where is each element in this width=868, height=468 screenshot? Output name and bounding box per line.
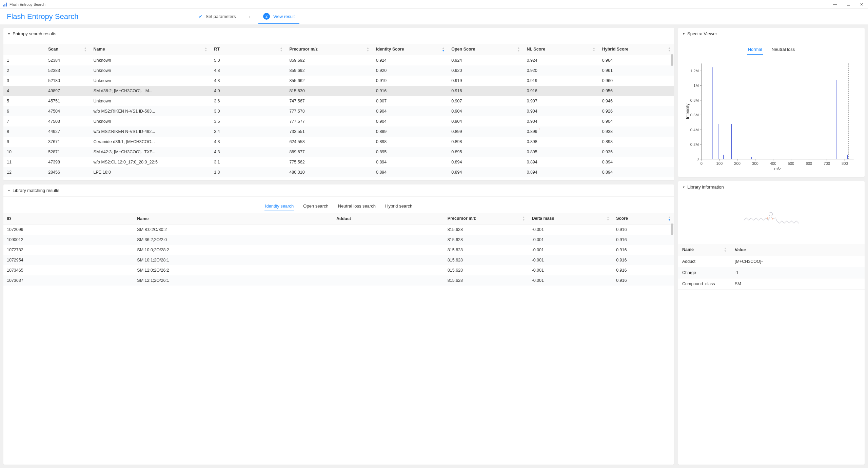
column-header[interactable]: NL Score▲▼ [523,44,598,55]
column-header[interactable]: Name▲▼ [90,44,211,55]
table-cell: SM d42:3; [M+CH3COO]-_TXF... [90,147,211,157]
table-cell: 777.578 [286,106,373,116]
chevron-right-icon: › [243,14,256,19]
table-cell: 4 [3,86,45,96]
table-cell: 4.0 [211,86,286,96]
table-row[interactable]: 844927w/o MS2:RIKEN N-VS1 ID-492...3.473… [3,126,674,137]
table-cell: 9 [3,137,45,147]
table-cell: 0.907 [523,96,598,106]
table-row[interactable]: 1228456LPE 18:01.8480.3100.8940.8940.894… [3,167,674,177]
column-header[interactable]: Value [731,244,865,256]
table-cell: 0.932 [599,177,674,180]
table-cell: 0.916 [613,225,674,235]
table-row[interactable]: 1052871SM d42:3; [M+CH3COO]-_TXF...4.386… [3,147,674,157]
table-row[interactable]: 1072782SM 10:0;2O/28:2815.628-0.0010.916 [3,245,674,255]
scrollbar[interactable] [671,223,673,463]
column-header[interactable]: Delta mass▲▼ [528,213,613,225]
column-header[interactable]: Precursor m/z▲▼ [444,213,529,225]
table-cell: 3.0 [211,106,286,116]
spectrum-chart[interactable]: 00.2M0.4M0.6M0.8M1M1.2M01002003004005006… [685,60,858,172]
table-cell: 47398 [45,157,90,167]
close-button[interactable]: ✕ [858,1,865,7]
minimize-button[interactable]: — [831,1,839,7]
table-row[interactable]: 1072099SM 8:0;2O/30:2815.628-0.0010.916 [3,225,674,235]
table-cell: 1072954 [3,255,134,265]
table-cell: 0.907 [448,96,523,106]
table-cell: 0.895 [448,147,523,157]
column-header[interactable]: Name▲▼ [678,244,731,256]
table-cell: w/o MS2:RIKEN N-VS1 ID-492... [90,126,211,137]
column-header[interactable]: Name [134,213,333,225]
tab-identity-search[interactable]: Identity search [264,201,295,211]
table-row[interactable]: 545751Unknown3.6747.5670.9070.9070.9070.… [3,96,674,106]
table-cell: 11 [3,157,45,167]
column-header[interactable]: Hybrid Score▲▼ [599,44,674,55]
panel-title: Entropy search results [13,31,56,36]
table-cell: 869.677 [286,147,373,157]
table-row[interactable]: 152384Unknown5.0859.6920.9240.9240.9240.… [3,55,674,66]
table-row[interactable]: 747503Unknown3.5777.5770.9040.9040.9040.… [3,116,674,126]
table-cell: 0.919 [448,76,523,86]
panel-title: Spectra Viewer [687,31,717,36]
column-header[interactable] [3,44,45,55]
table-cell: SM 36:2;2O/2:0 [134,235,333,245]
table-cell: 4.7 [211,177,286,180]
column-header[interactable]: Score▲▼ [613,213,674,225]
table-row[interactable]: 252383Unknown4.8859.6920.9200.9200.9200.… [3,65,674,76]
column-header[interactable]: Identity Score▲▼ [373,44,448,55]
table-row[interactable]: 937671Ceramide d36:1; [M+CH3COO...4.3624… [3,137,674,147]
table-row[interactable]: 1354335w/o MS2:CL 24:0_16:2_28:0_28:04.7… [3,177,674,180]
table-cell: 855.662 [286,76,373,86]
maximize-button[interactable]: ☐ [845,1,852,7]
column-header[interactable]: Adduct [333,213,444,225]
table-cell: [M+CH3COO]- [731,256,865,267]
table-cell [333,265,444,275]
tab-normal[interactable]: Normal [747,45,763,55]
tab-neutral-loss-search[interactable]: Neutral loss search [337,201,376,211]
table-cell: w/o MS2:RIKEN N-VS1 ID-563... [90,106,211,116]
table-cell: 747.567 [286,96,373,106]
table-cell: 0.904 [373,116,448,126]
table-cell: 3.1 [211,157,286,167]
column-header[interactable]: ID [3,213,134,225]
table-cell: SM 12:0;2O/26:2 [134,265,333,275]
table-row[interactable]: 1073465SM 12:0;2O/26:2815.628-0.0010.916 [3,265,674,275]
tab-neutral-loss[interactable]: Neutral loss [771,45,796,55]
table-row[interactable]: 1147398w/o MS2:CL 12:0_17:0_28:0_22:53.1… [3,157,674,167]
svg-rect-2 [6,2,7,6]
table-cell: 0.956 [599,86,674,96]
library-info-panel: ▾ Library information [678,181,865,465]
table-cell: 0.895 [373,147,448,157]
table-cell: 0.904 [448,116,523,126]
table-cell: 1090012 [3,235,134,245]
entropy-panel-header[interactable]: ▾ Entropy search results [3,28,674,40]
table-row[interactable]: 1090012SM 36:2;2O/2:0815.628-0.0010.916 [3,235,674,245]
table-cell: w/o MS2:CL 24:0_16:2_28:0_28:0 [90,177,211,180]
spectra-tabs: NormalNeutral loss [678,40,865,57]
table-row[interactable]: 1072954SM 10:1;2O/28:1815.628-0.0010.916 [3,255,674,265]
table-cell [333,225,444,235]
step-number-badge: 2 [263,13,270,20]
table-cell: 0.894 [448,157,523,167]
table-cell: 0.924 [448,55,523,66]
column-header[interactable]: Scan▲▼ [45,44,90,55]
table-row[interactable]: 647504w/o MS2:RIKEN N-VS1 ID-563...3.077… [3,106,674,116]
step-view-result[interactable]: 2 View result [258,9,299,24]
column-header[interactable]: Open Score▲▼ [448,44,523,55]
tab-open-search[interactable]: Open search [302,201,329,211]
table-row[interactable]: 352180Unknown4.3855.6620.9190.9190.9190.… [3,76,674,86]
library-panel-header[interactable]: ▾ Library matching results [3,184,674,197]
spectra-panel-header[interactable]: ▾ Spectra Viewer [678,28,865,40]
step-set-parameters[interactable]: ✓ Set parameters [194,9,241,24]
column-header[interactable]: RT▲▼ [211,44,286,55]
scrollbar[interactable] [671,54,673,179]
column-header[interactable]: Precursor m/z▲▼ [286,44,373,55]
table-cell: 45751 [45,96,90,106]
table-cell: Unknown [90,65,211,76]
table-row[interactable]: 1073637SM 12:1;2O/26:1815.628-0.0010.916 [3,275,674,286]
table-cell: 44927 [45,126,90,137]
info-panel-header[interactable]: ▾ Library information [678,181,865,193]
table-row[interactable]: 449897SM d38:2; [M+CH3COO]- _M...4.0815.… [3,86,674,96]
table-cell: LPE 18:0 [90,167,211,177]
tab-hybrid-search[interactable]: Hybrid search [384,201,413,211]
